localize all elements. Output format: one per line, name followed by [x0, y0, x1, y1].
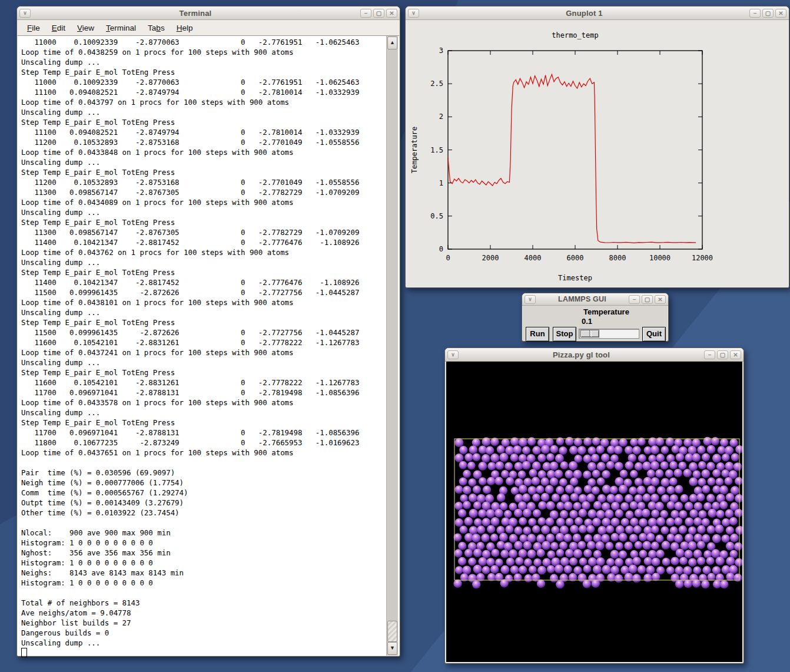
svg-text:thermo_temp: thermo_temp [552, 31, 598, 39]
window-menu-icon[interactable]: ∨ [408, 9, 419, 18]
svg-text:1: 1 [439, 179, 443, 187]
quit-button[interactable]: Quit [642, 327, 666, 342]
close-button[interactable]: ✕ [655, 295, 666, 304]
scrollbar-thumb[interactable] [387, 621, 397, 642]
svg-text:Temperature: Temperature [410, 127, 419, 173]
thermo-temp-chart: 02000400060008000100001200000.511.522.53… [406, 20, 788, 287]
svg-text:2000: 2000 [482, 254, 499, 262]
run-button[interactable]: Run [526, 327, 549, 342]
svg-text:2.5: 2.5 [430, 80, 443, 88]
svg-text:Timestep: Timestep [558, 274, 592, 282]
svg-text:8000: 8000 [609, 254, 626, 262]
minimize-button[interactable]: – [360, 9, 371, 18]
window-menu-icon[interactable]: ∨ [447, 350, 459, 359]
terminal-scrollbar[interactable]: ▲ ▼ [386, 36, 398, 656]
scroll-up-icon[interactable]: ▲ [387, 37, 397, 49]
svg-text:12000: 12000 [692, 254, 713, 262]
terminal-menubar: FileEditViewTerminalTabsHelp [17, 20, 400, 36]
close-button[interactable]: ✕ [386, 9, 397, 18]
temperature-value: 0.1 [582, 317, 592, 326]
menu-item-view[interactable]: View [72, 22, 99, 34]
maximize-button[interactable]: ▢ [642, 295, 653, 304]
scroll-down-icon[interactable]: ▼ [387, 642, 397, 655]
maximize-button[interactable]: ▢ [762, 9, 774, 18]
minimize-button[interactable]: – [704, 350, 715, 359]
terminal-cursor [21, 648, 27, 657]
svg-text:6000: 6000 [567, 254, 584, 262]
temperature-slider[interactable] [579, 329, 639, 339]
menu-item-terminal[interactable]: Terminal [101, 22, 141, 34]
menu-item-tabs[interactable]: Tabs [142, 22, 170, 34]
terminal-title: Terminal [32, 9, 359, 18]
svg-text:3: 3 [439, 47, 443, 55]
terminal-output: 11000 0.10092339 -2.8770063 0 -2.7761951… [18, 36, 399, 658]
atom-visualization [446, 362, 742, 661]
svg-text:0: 0 [439, 245, 443, 253]
terminal-window: ∨ Terminal – ▢ ✕ FileEditViewTerminalTab… [16, 6, 400, 657]
gnuplot-title: Gnuplot 1 [421, 9, 748, 18]
gnuplot-canvas: 02000400060008000100001200000.511.522.53… [406, 20, 788, 287]
window-menu-icon[interactable]: ∨ [525, 295, 536, 304]
minimize-button[interactable]: – [749, 9, 761, 18]
pizza-canvas[interactable] [446, 362, 742, 662]
terminal-body[interactable]: 11000 0.10092339 -2.8770063 0 -2.7761951… [18, 35, 399, 656]
lammps-gui-titlebar[interactable]: ∨ LAMMPS GUI – ▢ ✕ [522, 293, 668, 306]
minimize-button[interactable]: – [629, 295, 640, 304]
pizza-window: ∨ Pizza.py gl tool – ▢ ✕ [444, 347, 744, 664]
svg-text:2: 2 [439, 112, 443, 121]
lammps-gui-body: Temperature 0.1 Run Stop Quit [523, 306, 668, 340]
menu-item-help[interactable]: Help [171, 22, 198, 34]
maximize-button[interactable]: ▢ [373, 9, 384, 18]
gnuplot-titlebar[interactable]: ∨ Gnuplot 1 – ▢ ✕ [406, 6, 789, 20]
svg-text:10000: 10000 [649, 254, 670, 262]
menu-item-edit[interactable]: Edit [47, 22, 71, 34]
terminal-titlebar[interactable]: ∨ Terminal – ▢ ✕ [17, 6, 400, 20]
close-button[interactable]: ✕ [730, 350, 741, 359]
lammps-gui-title: LAMMPS GUI [537, 295, 627, 303]
svg-text:1.5: 1.5 [430, 146, 443, 154]
window-menu-icon[interactable]: ∨ [19, 9, 31, 18]
gnuplot-window: ∨ Gnuplot 1 – ▢ ✕ 0200040006000800010000… [405, 6, 789, 288]
pizza-titlebar[interactable]: ∨ Pizza.py gl tool – ▢ ✕ [445, 348, 743, 362]
slider-handle[interactable] [580, 330, 599, 337]
slider-handle-groove [589, 330, 592, 337]
temperature-label: Temperature [577, 307, 636, 316]
svg-text:0: 0 [446, 254, 450, 262]
close-button[interactable]: ✕ [775, 9, 786, 18]
menu-item-file[interactable]: File [22, 22, 45, 34]
svg-text:4000: 4000 [525, 254, 542, 262]
pizza-title: Pizza.py gl tool [460, 350, 702, 359]
lammps-gui-window: ∨ LAMMPS GUI – ▢ ✕ Temperature 0.1 Run S… [522, 293, 669, 342]
maximize-button[interactable]: ▢ [717, 350, 728, 359]
svg-text:0.5: 0.5 [430, 212, 443, 220]
stop-button[interactable]: Stop [553, 327, 576, 342]
